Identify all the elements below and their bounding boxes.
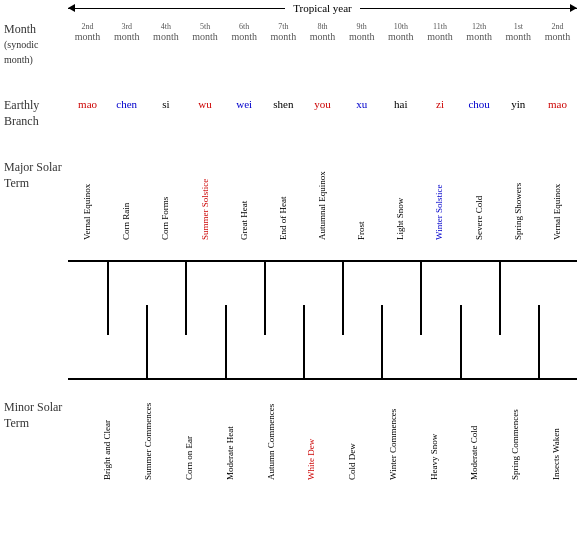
earthly-cell: chou [460,98,499,110]
tropical-year-label: Tropical year [285,2,360,14]
major-solar-cell: Severe Cold [460,160,499,240]
major-solar-cell: Spring Showers [499,160,538,240]
month-cell: 9thmonth [342,22,381,43]
earthly-cell: shen [264,98,303,110]
earthly-cell: wei [225,98,264,110]
chart-tick [146,305,148,380]
chart-tick [538,305,540,380]
chart-section [68,260,577,380]
minor-solar-cell: Cold Dew [332,400,373,480]
earthly-cell: mao [68,98,107,110]
chart-tick [460,305,462,380]
chart-tick [499,260,501,335]
month-cell: 11thmonth [420,22,459,43]
month-cell: 8thmonth [303,22,342,43]
minor-solar-grid: Bright and ClearSummer CommencesCorn on … [68,400,577,480]
major-solar-grid: Vernal EquinoxCorn RainCorn FormsSummer … [68,160,577,240]
earthly-cell: hai [381,98,420,110]
earthly-cell: zi [420,98,459,110]
month-cell: 7thmonth [264,22,303,43]
chart-tick [420,260,422,335]
major-solar-cell: Light Snow [381,160,420,240]
major-solar-cell: Winter Solstice [420,160,459,240]
minor-solar-cell: Summer Commences [128,400,169,480]
month-cell: 4thmonth [146,22,185,43]
earthly-cell: you [303,98,342,110]
major-solar-cell: Vernal Equinox [538,160,577,240]
chart-tick [264,260,266,335]
month-cell: 2ndmonth [538,22,577,43]
chart-tick [381,305,383,380]
page: Tropical year Month (synodic month) 2ndm… [0,0,582,548]
major-solar-cell: Frost [342,160,381,240]
minor-solar-cell: Heavy Snow [414,400,455,480]
month-cell: 10thmonth [381,22,420,43]
tropical-year-section: Tropical year [68,2,577,24]
major-solar-cell: Autumnal Equinox [303,160,342,240]
major-solar-cell: Great Heat [225,160,264,240]
minor-solar-cell: White Dew [291,400,332,480]
minor-solar-label: Minor Solar Term [4,400,64,431]
month-cell: 12thmonth [460,22,499,43]
month-cell: 3rdmonth [107,22,146,43]
major-solar-cell: Corn Forms [146,160,185,240]
chart-tick [303,305,305,380]
chart-bottom-line [68,378,577,380]
arrow-right-icon [570,4,577,12]
minor-solar-cell: Spring Commences [495,400,536,480]
minor-solar-cell: Moderate Cold [455,400,496,480]
arrow-left-icon [68,4,75,12]
minor-solar-cell: Moderate Heat [210,400,251,480]
major-solar-cell: Vernal Equinox [68,160,107,240]
earthly-cell: wu [185,98,224,110]
chart-tick [185,260,187,335]
earthly-cell: mao [538,98,577,110]
month-cell: 2ndmonth [68,22,107,43]
minor-solar-cell: Bright and Clear [88,400,129,480]
major-solar-label: Major Solar Term [4,160,64,191]
month-grid: 2ndmonth3rdmonth4thmonth5thmonth6thmonth… [68,22,577,43]
chart-tick [225,305,227,380]
earthly-grid: maochensiwuweishenyouxuhaizichouyinmao [68,98,577,110]
minor-solar-cell: Insects Waken [536,400,577,480]
chart-tick [107,260,109,335]
earthly-cell: yin [499,98,538,110]
month-cell: 1stmonth [499,22,538,43]
minor-solar-cell: Winter Commences [373,400,414,480]
earthly-cell: si [146,98,185,110]
earthly-cell: xu [342,98,381,110]
chart-tick [342,260,344,335]
earthly-label: Earthly Branch [4,98,39,129]
major-solar-cell: End of Heat [264,160,303,240]
major-solar-cell: Summer Solstice [185,160,224,240]
month-cell: 5thmonth [185,22,224,43]
minor-solar-cell: Corn on Ear [169,400,210,480]
major-solar-cell: Corn Rain [107,160,146,240]
earthly-cell: chen [107,98,146,110]
month-cell: 6thmonth [225,22,264,43]
minor-solar-cell: Autumn Commences [251,400,292,480]
month-label: Month (synodic month) [4,22,38,67]
